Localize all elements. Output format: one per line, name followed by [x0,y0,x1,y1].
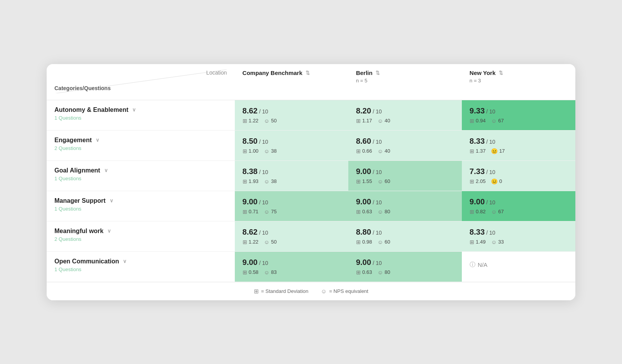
chevron-icon-5[interactable]: ∨ [123,258,127,264]
category-name-4: Meaningful work ∨ [54,228,227,235]
score-line-3-0: 9.00 / 10 [243,197,341,206]
std-item-3-2: ⊞ 0.82 [470,209,486,215]
score-line-3-1: 9.00 / 10 [356,197,454,206]
nps-item-3-1: ☺ 80 [377,209,390,215]
std-value-1-1: 0.66 [362,148,372,154]
chevron-icon-3[interactable]: ∨ [110,198,114,204]
data-cell-3-0: 9.00 / 10 ⊞ 0.71 ☺ 75 [235,191,348,221]
nps-icon-0-0: ☺ [264,118,269,124]
score-meta-3-1: ⊞ 0.63 ☺ 80 [356,209,454,215]
nps-legend-label: = NPS equivalent [329,288,369,294]
table-row: Meaningful work ∨ 2 Questions 8.62 / 10 … [47,221,575,251]
nps-value-5-0: 83 [271,269,276,275]
score-meta-0-0: ⊞ 1.22 ☺ 50 [243,118,341,124]
berlin-sort[interactable]: ⇅ [376,70,380,76]
newyork-sort[interactable]: ⇅ [499,70,503,76]
chevron-icon-2[interactable]: ∨ [104,167,108,173]
nps-value-0-2: 67 [498,118,503,124]
score-meta-2-1: ⊞ 1.55 ☺ 60 [356,178,454,185]
nps-icon-4-1: ☺ [377,239,383,245]
berlin-header: Berlin ⇅ n = 5 [348,64,462,100]
score-meta-2-2: ⊞ 2.05 😐 0 [470,178,568,185]
chevron-icon-4[interactable]: ∨ [107,228,111,234]
category-name-3: Manager Support ∨ [54,197,227,204]
std-icon-3-2: ⊞ [470,209,474,215]
category-text-3: Manager Support [54,197,106,204]
category-questions-1: 2 Questions [54,145,227,151]
category-text-5: Open Communication [54,258,119,265]
std-icon-1-1: ⊞ [356,148,361,154]
score-denom-2-2: / 10 [486,169,495,175]
std-item-5-1: ⊞ 0.63 [356,269,372,275]
benchmark-card: Location Categories/Questions Company Be… [47,64,575,300]
score-main-1-0: 8.50 [243,137,258,146]
category-text-4: Meaningful work [54,228,103,235]
category-name-2: Goal Alignment ∨ [54,167,227,174]
nps-value-2-0: 38 [271,178,276,184]
std-value-4-0: 1.22 [249,239,259,245]
location-header: Location Categories/Questions [47,64,235,100]
score-main-2-1: 9.00 [356,167,371,176]
score-denom-0-0: / 10 [259,108,268,115]
score-main-0-2: 9.33 [470,106,485,115]
std-legend-label: = Standard Deviation [261,288,309,294]
score-main-2-0: 8.38 [243,167,258,176]
newyork-sub: n = 3 [470,78,568,84]
nps-icon-3-0: ☺ [264,209,269,215]
data-cell-0-1: 8.20 / 10 ⊞ 1.17 ☺ 40 [348,100,462,130]
chevron-icon-1[interactable]: ∨ [96,137,100,143]
std-item-5-0: ⊞ 0.58 [243,269,259,275]
std-value-5-0: 0.58 [249,269,259,275]
nps-item-1-0: ☺ 38 [264,148,277,154]
score-meta-5-1: ⊞ 0.63 ☺ 80 [356,269,454,275]
na-text-5-2: N/A [478,261,487,268]
nps-item-0-0: ☺ 50 [264,118,277,124]
score-denom-3-0: / 10 [259,199,268,206]
data-cell-3-2: 9.00 / 10 ⊞ 0.82 ☺ 67 [462,191,575,221]
score-denom-5-0: / 10 [259,260,268,266]
std-icon-4-1: ⊞ [356,239,361,245]
std-value-3-2: 0.82 [476,209,486,214]
location-label: Location [206,70,227,76]
std-icon-0-1: ⊞ [356,118,361,124]
score-line-0-1: 8.20 / 10 [356,106,454,115]
nps-value-1-1: 40 [384,148,390,154]
score-denom-2-1: / 10 [373,169,382,175]
nps-icon-4-2: ☺ [491,239,496,245]
nps-icon-2-1: ☺ [377,178,383,185]
std-item-4-0: ⊞ 1.22 [243,239,259,245]
nps-value-5-1: 80 [384,269,390,275]
std-icon-3-0: ⊞ [243,209,247,215]
score-main-0-0: 8.62 [243,106,258,115]
data-cell-0-2: 9.33 / 10 ⊞ 0.94 ☺ 67 [462,100,575,130]
score-main-3-0: 9.00 [243,197,258,206]
std-icon-1-2: ⊞ [470,148,474,154]
berlin-label: Berlin [356,70,373,76]
category-name-0: Autonomy & Enablement ∨ [54,106,227,113]
nps-icon-3-2: ☺ [491,209,496,215]
score-denom-2-0: / 10 [259,169,268,175]
data-cell-4-0: 8.62 / 10 ⊞ 1.22 ☺ 50 [235,221,348,251]
na-cell-5-2: ⓘ N/A [470,261,568,268]
nps-icon-0-1: ☺ [377,118,383,124]
company-benchmark-sort[interactable]: ⇅ [306,70,310,76]
nps-item-5-1: ☺ 80 [377,269,390,275]
nps-icon: ☺ [321,288,327,294]
data-cell-2-2: 7.33 / 10 ⊞ 2.05 😐 0 [462,160,575,191]
nps-value-4-1: 60 [384,239,390,245]
std-icon: ⊞ [254,288,259,295]
table-wrapper: Location Categories/Questions Company Be… [47,64,575,282]
nps-value-3-1: 80 [384,209,390,214]
std-icon-4-2: ⊞ [470,239,474,245]
category-questions-0: 1 Questions [54,115,227,121]
std-value-3-0: 0.71 [249,209,259,214]
score-line-3-2: 9.00 / 10 [470,197,568,206]
berlin-sub: n = 5 [356,78,454,84]
chevron-icon-0[interactable]: ∨ [132,107,136,113]
nps-item-3-0: ☺ 75 [264,209,277,215]
std-icon-0-2: ⊞ [470,118,474,124]
std-item-2-2: ⊞ 2.05 [470,178,486,185]
data-cell-1-2: 8.33 / 10 ⊞ 1.37 😐 17 [462,130,575,160]
std-icon-4-0: ⊞ [243,239,247,245]
data-cell-4-2: 8.33 / 10 ⊞ 1.49 ☺ 33 [462,221,575,251]
